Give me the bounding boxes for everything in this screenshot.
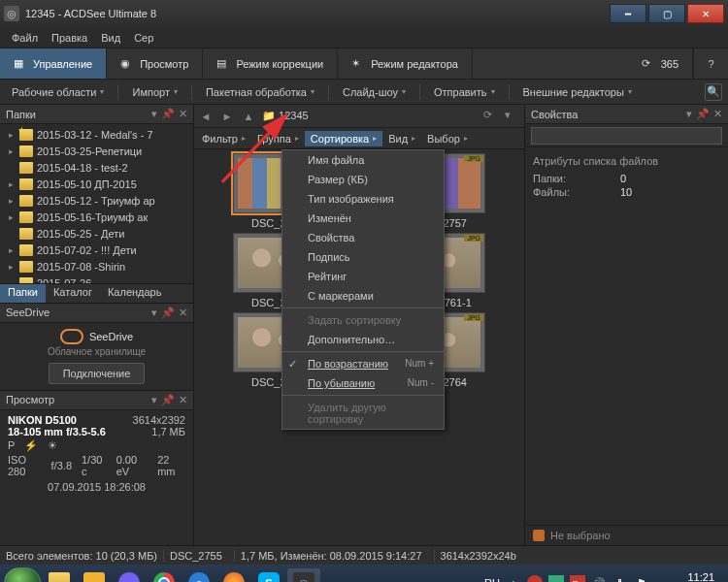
toolbar-workspaces[interactable]: Рабочие области xyxy=(6,84,110,100)
sort-asc[interactable]: По возрастаниюNum + xyxy=(282,354,444,373)
tree-row[interactable]: ▸2015-07-02 - !!! Дети xyxy=(0,242,193,258)
menu-view[interactable]: Вид xyxy=(95,30,126,46)
tray-network-icon[interactable]: 🖧 xyxy=(612,575,628,582)
tree-row[interactable]: ▸2015-07-08 -Shirin xyxy=(0,258,193,275)
taskbar-viber-icon[interactable] xyxy=(113,568,146,582)
help-icon[interactable]: ? xyxy=(693,48,728,79)
twisty-icon[interactable]: ▸ xyxy=(6,196,16,206)
unpin-icon[interactable]: 📌 xyxy=(696,108,710,120)
tab-folders[interactable]: Папки xyxy=(0,284,46,303)
sort-markers[interactable]: С маркерами xyxy=(282,286,444,306)
sort-properties[interactable]: Свойства xyxy=(282,228,444,247)
focal-length: 22 mm xyxy=(157,454,185,477)
tree-row[interactable]: ▸2015-05-10 ДП-2015 xyxy=(0,176,193,192)
menu-file[interactable]: Файл xyxy=(6,30,44,46)
view-button[interactable]: Вид xyxy=(382,131,421,146)
group-button[interactable]: Группа xyxy=(251,131,305,146)
nav-back-icon[interactable]: ◄ xyxy=(198,109,214,124)
tree-row[interactable]: 2015-05-25 - Дети xyxy=(0,225,193,242)
toolbar-send[interactable]: Отправить xyxy=(428,84,501,100)
tray-lang[interactable]: RU xyxy=(484,575,500,582)
twisty-icon[interactable]: ▸ xyxy=(6,179,16,189)
toolbar-batch[interactable]: Пакетная обработка xyxy=(200,84,320,100)
sort-desc[interactable]: По убываниюNum - xyxy=(282,373,444,393)
taskbar-skype-icon[interactable]: S xyxy=(252,568,285,582)
taskbar-outlook-icon[interactable] xyxy=(78,568,111,582)
dropdown-icon[interactable]: ▾ xyxy=(505,109,520,124)
sort-button[interactable]: Сортировка xyxy=(305,131,382,146)
properties-search-input[interactable] xyxy=(531,127,722,145)
mode-365-tab[interactable]: ⟳ 365 xyxy=(628,48,693,79)
menu-edit[interactable]: Правка xyxy=(46,30,93,46)
toolbar-slideshow[interactable]: Слайд-шоу xyxy=(337,84,412,100)
toolbar-import[interactable]: Импорт xyxy=(126,84,182,100)
taskbar-firefox-icon[interactable] xyxy=(217,568,250,582)
sort-filename[interactable]: Имя файла xyxy=(282,150,444,170)
tree-row[interactable]: ▸2015-05-12 - Триумф ар xyxy=(0,192,193,209)
start-button[interactable] xyxy=(4,567,41,582)
tree-row[interactable]: 2015-07-26 xyxy=(0,275,193,283)
seedrive-connect-button[interactable]: Подключение xyxy=(49,363,146,384)
mode-edit-tab[interactable]: ✶ Режим редактора xyxy=(338,48,473,79)
twisty-icon[interactable]: ▸ xyxy=(6,212,16,222)
taskbar-ie-icon[interactable]: e xyxy=(182,568,215,582)
filter-button[interactable]: Фильтр xyxy=(196,131,251,146)
tray-app-icon[interactable]: Ru xyxy=(570,575,585,582)
tray-flag-icon[interactable]: ▲ xyxy=(506,575,521,582)
close-panel-icon[interactable]: ✕ xyxy=(179,108,187,120)
tree-row[interactable]: ▸2015-05-16-Триумф ак xyxy=(0,209,193,225)
folder-icon xyxy=(19,129,33,141)
pin-icon[interactable]: ▾ xyxy=(151,307,157,319)
twisty-icon[interactable]: ▸ xyxy=(6,245,16,255)
unpin-icon[interactable]: 📌 xyxy=(161,108,175,120)
pin-icon[interactable]: ▾ xyxy=(686,108,692,120)
seedrive-subtitle: Облачное хранилище xyxy=(6,346,187,357)
tray-app-icon[interactable] xyxy=(527,575,543,582)
unpin-icon[interactable]: 📌 xyxy=(161,307,175,319)
tray-action-icon[interactable]: ⚑ xyxy=(634,575,649,582)
twisty-icon[interactable]: ▸ xyxy=(6,130,16,140)
close-button[interactable]: ✕ xyxy=(687,4,724,23)
mode-manage-tab[interactable]: ▦ Управление xyxy=(0,48,107,79)
mode-view-tab[interactable]: ◉ Просмотр xyxy=(107,48,203,79)
tray-app-icon[interactable] xyxy=(548,575,564,582)
twisty-icon[interactable]: ▸ xyxy=(6,262,16,272)
select-button[interactable]: Выбор xyxy=(421,131,474,146)
pin-icon[interactable]: ▾ xyxy=(151,394,157,406)
tray-clock[interactable]: 11:21 30.09.2015 xyxy=(655,571,720,582)
sort-modified[interactable]: Изменён xyxy=(282,209,444,228)
tab-calendar[interactable]: Календарь xyxy=(100,284,170,303)
nav-up-icon[interactable]: ▲ xyxy=(241,109,256,124)
search-icon[interactable]: 🔍 xyxy=(705,83,722,101)
maximize-button[interactable]: ▢ xyxy=(648,4,685,23)
folder-tree[interactable]: ▸2015-03-12 - Medal's - 7▸2015-03-25-Реп… xyxy=(0,124,193,283)
window-titlebar: ◎ 12345 - ACDSee Ultimate 8 ━ ▢ ✕ xyxy=(0,0,728,27)
reload-icon[interactable]: ⟳ xyxy=(483,109,499,124)
tree-row[interactable]: ▸2015-03-25-Репетици xyxy=(0,143,193,159)
format-badge: JPG xyxy=(464,235,483,242)
close-panel-icon[interactable]: ✕ xyxy=(179,307,187,319)
close-panel-icon[interactable]: ✕ xyxy=(713,108,722,120)
sort-size[interactable]: Размер (КБ) xyxy=(282,170,444,189)
taskbar-explorer-icon[interactable] xyxy=(43,568,76,582)
minimize-button[interactable]: ━ xyxy=(610,4,646,23)
mode-correct-tab[interactable]: ▤ Режим коррекции xyxy=(203,48,338,79)
toolbar-external-editors[interactable]: Внешние редакторы xyxy=(517,84,638,100)
unpin-icon[interactable]: 📌 xyxy=(161,394,175,406)
tray-speaker-icon[interactable]: 🔊 xyxy=(591,575,607,582)
tab-catalog[interactable]: Каталог xyxy=(46,284,100,303)
breadcrumb[interactable]: 📁 12345 xyxy=(262,110,478,122)
sort-more[interactable]: Дополнительно… xyxy=(282,330,444,349)
sort-caption[interactable]: Подпись xyxy=(282,247,444,267)
twisty-icon[interactable]: ▸ xyxy=(6,146,16,156)
close-panel-icon[interactable]: ✕ xyxy=(179,394,187,406)
sort-rating[interactable]: Рейтинг xyxy=(282,267,444,286)
nav-fwd-icon[interactable]: ► xyxy=(219,109,235,124)
sort-kind[interactable]: Тип изображения xyxy=(282,189,444,209)
pin-icon[interactable]: ▾ xyxy=(151,108,157,120)
taskbar-chrome-icon[interactable] xyxy=(148,568,181,582)
tree-row[interactable]: 2015-04-18 - test-2 xyxy=(0,159,193,176)
tree-row[interactable]: ▸2015-03-12 - Medal's - 7 xyxy=(0,126,193,143)
menu-serv[interactable]: Сер xyxy=(128,30,159,46)
taskbar-acdsee-icon[interactable]: ◎ xyxy=(287,568,320,582)
